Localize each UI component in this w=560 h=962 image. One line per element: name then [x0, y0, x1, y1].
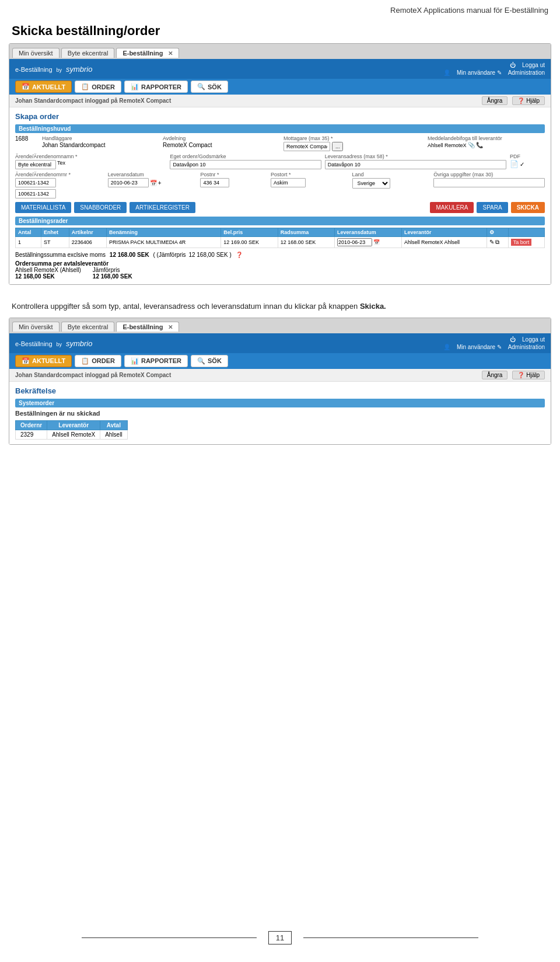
postnr-input[interactable] — [200, 178, 229, 187]
spara-button[interactable]: SPARA — [477, 202, 508, 213]
arendenr-input[interactable] — [15, 178, 56, 187]
nav-aktuellt-2[interactable]: 📅 AKTUELLT — [15, 355, 72, 367]
th-enhet: Enhet — [41, 228, 69, 237]
paperclip-icon: 📎 — [468, 142, 475, 148]
user-icon-1: 👤 — [443, 69, 450, 76]
back-button-1[interactable]: Ångra — [482, 96, 508, 105]
search-icon-1: 🔍 — [197, 83, 205, 90]
td-belpris: 12 169.00 SEK — [221, 237, 278, 248]
snabborder-button[interactable]: SNABBORDER — [74, 202, 127, 213]
field-meddelande: Meddelandebifoga till leverantör Ahlsell… — [428, 135, 545, 151]
description-text: Kontrollera uppgifter så som typ, antal,… — [0, 294, 560, 318]
user-info-actions-1: Ångra ❓ Hjälp — [482, 96, 545, 105]
action-buttons-1: MATERIALLISTA SNABBORDER ARTIKELREGISTER… — [15, 202, 545, 213]
td-benamning: PRISMA PACK MULTIMEDIA 4R — [107, 237, 221, 248]
ta-bort-button[interactable]: Ta bort — [511, 239, 532, 246]
th-radsumma: Radsumma — [278, 228, 334, 237]
header-bottom-links-2: 👤 Min användare ✎ Administration — [443, 344, 545, 350]
field-postort: Postort * — [271, 172, 349, 198]
content-title-1: Skapa order — [15, 112, 545, 121]
tab-close-icon-2[interactable]: ✕ — [168, 324, 173, 330]
header-bottom-links: 👤 Min användare ✎ Administration — [443, 69, 545, 76]
admin-link-2[interactable]: Administration — [508, 344, 545, 350]
confirm-table: Ordernr Leverantör Avtal 2329 Ahlsell Re… — [15, 420, 128, 440]
confirm-title: Bekräftelse — [15, 386, 545, 395]
app-nav-1: 📅 AKTUELLT 📋 ORDER 📊 RAPPORTER 🔍 SÖK — [9, 79, 551, 95]
nav-sok-2[interactable]: 🔍 SÖK — [191, 355, 228, 367]
field-land: Land Sverige — [352, 172, 430, 198]
th-avtal: Avtal — [100, 420, 127, 430]
row-leveransdatum-input[interactable] — [337, 238, 372, 246]
footer-line-left — [82, 937, 257, 938]
admin-sep-1: ✎ — [497, 69, 503, 76]
field-handlaggare: Handläggare Johan Standardcompact — [42, 135, 159, 151]
tab-ebestallning-1[interactable]: E-beställning ✕ — [116, 48, 178, 58]
ovriga-input[interactable] — [433, 178, 545, 187]
section-title: Skicka beställning/order — [0, 18, 560, 43]
tab-ebestallning-2[interactable]: E-beställning ✕ — [116, 322, 178, 332]
artikelregister-button[interactable]: ARTIKELREGISTER — [130, 202, 195, 213]
user-icon-2: 👤 — [443, 344, 450, 350]
nav-aktuellt-1[interactable]: 📅 AKTUELLT — [15, 81, 72, 93]
field-avdelning: Avdelning RemoteX Compact — [163, 135, 280, 151]
th-antal: Antal — [16, 228, 41, 237]
nav-rapporter-2[interactable]: 📊 RAPPORTER — [124, 355, 188, 367]
leveransdatum-input[interactable] — [108, 178, 149, 187]
browser-window-2: Min översikt Byte ekcentral E-beställnin… — [9, 318, 551, 445]
nav-order-2[interactable]: 📋 ORDER — [75, 355, 121, 367]
question-icon-summary: ❓ — [236, 252, 243, 258]
tab-min-oversikt-1[interactable]: Min översikt — [12, 48, 60, 58]
help-button-2[interactable]: ❓ Hjälp — [512, 371, 545, 379]
confirm-section-header: Systemorder — [15, 399, 545, 407]
logout-link-1[interactable]: Logga ut — [522, 62, 545, 68]
skicka-button[interactable]: SKICKA — [511, 202, 545, 213]
materiallista-button[interactable]: MATERIALLISTA — [15, 202, 71, 213]
admin-link-1[interactable]: Administration — [508, 69, 545, 76]
th-action — [508, 228, 544, 237]
makulera-button[interactable]: MAKULERA — [430, 202, 474, 213]
user-info-text-2: Johan Standardcompact inloggad på Remote… — [15, 372, 171, 378]
tab-byte-ekcentral-2[interactable]: Byte ekcentral — [61, 322, 115, 332]
calendar-btn-icon[interactable]: 📅 — [150, 180, 157, 186]
nav-order-1[interactable]: 📋 ORDER — [75, 81, 121, 93]
td-radsumma: 12 168.00 SEK — [278, 237, 334, 248]
arendenr2-input[interactable] — [15, 189, 56, 198]
mottagare-input[interactable] — [284, 142, 330, 151]
ordersumma-block: Ordersumma per avtalsleverantör Ahlsell … — [15, 260, 132, 280]
field-postnr: Postnr * — [200, 172, 267, 198]
user-link-1[interactable]: Min användare — [457, 69, 495, 76]
th-icon: ⚙ — [487, 228, 508, 237]
edit-icon[interactable]: ✎ — [489, 239, 494, 245]
logout-icon-1: ⏻ — [510, 62, 516, 68]
mottagare-btn[interactable]: ... — [332, 142, 344, 151]
field-arende-namn: Ärende/Ärendenomnamn * Tex — [15, 154, 166, 169]
help-icon-1: ❓ — [517, 97, 524, 104]
nav-rapporter-1[interactable]: 📊 RAPPORTER — [124, 81, 188, 93]
tab-min-oversikt-2[interactable]: Min översikt — [12, 322, 60, 332]
nav-sok-1[interactable]: 🔍 SÖK — [191, 81, 228, 93]
app-chrome-1: e-Beställning by symbrio ⏻ Logga ut 👤 Mi… — [9, 59, 551, 284]
copy-icon[interactable]: ⧉ — [495, 239, 499, 245]
field-ovriga: Övriga uppgifter (max 30) — [433, 172, 545, 198]
leveransadress-input[interactable] — [325, 160, 506, 169]
form-row-1: 1688 Handläggare Johan Standardcompact A… — [15, 135, 545, 151]
eget-input[interactable] — [170, 160, 321, 169]
plus-icon[interactable]: + — [158, 180, 162, 186]
field-mottagare: Mottagare (max 35) * ... — [284, 135, 424, 151]
header-top-links: ⏻ Logga ut — [510, 62, 545, 68]
confirm-header-row: Ordernr Leverantör Avtal — [16, 420, 128, 430]
row-calendar-icon[interactable]: 📅 — [373, 239, 380, 245]
td-ordernr: 2329 — [16, 430, 47, 439]
tab-close-icon-1[interactable]: ✕ — [168, 50, 173, 57]
tab-byte-ekcentral-1[interactable]: Byte ekcentral — [61, 48, 115, 58]
browser-tab-bar-2: Min översikt Byte ekcentral E-beställnin… — [9, 318, 551, 333]
app-chrome-2: e-Beställning by symbrio ⏻ Logga ut 👤 Mi… — [9, 333, 551, 444]
user-link-2[interactable]: Min användare — [457, 344, 495, 350]
back-button-2[interactable]: Ångra — [482, 371, 508, 379]
table-header-row: Antal Enhet Artikelnr Benämning Bel.pris… — [16, 228, 545, 237]
postort-input[interactable] — [271, 178, 306, 187]
logout-link-2[interactable]: Logga ut — [522, 336, 545, 343]
land-select[interactable]: Sverige — [352, 178, 390, 189]
help-button-1[interactable]: ❓ Hjälp — [512, 96, 545, 105]
arende-input[interactable] — [15, 160, 56, 169]
